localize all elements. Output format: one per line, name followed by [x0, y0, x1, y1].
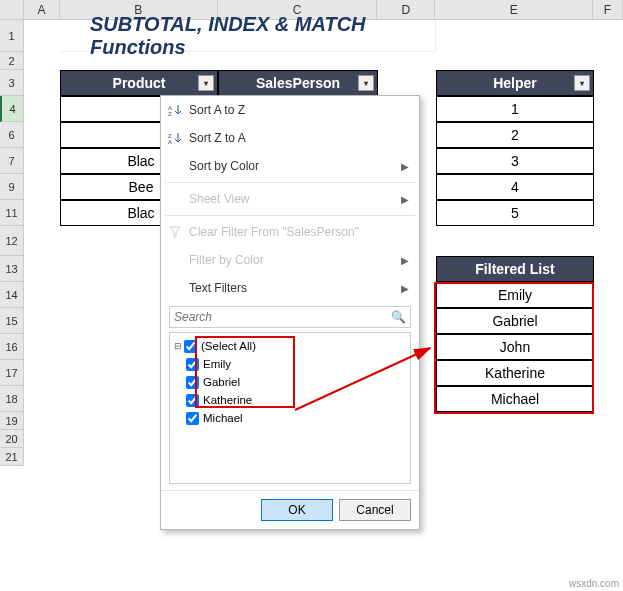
row-header[interactable]: 18 [0, 386, 24, 412]
row-headers: 1 2 3 4 6 7 9 11 12 13 14 15 16 17 18 19… [0, 20, 24, 466]
cell-filtered[interactable]: Emily [436, 282, 594, 308]
row-header[interactable]: 3 [0, 70, 24, 96]
clear-filter-icon [167, 224, 183, 240]
row-header[interactable]: 17 [0, 360, 24, 386]
sort-by-color-label: Sort by Color [189, 159, 259, 173]
header-salesperson[interactable]: SalesPerson ▾ [218, 70, 378, 96]
row-header[interactable]: 2 [0, 52, 24, 70]
header-helper-label: Helper [493, 75, 537, 91]
text-filters[interactable]: Text Filters ▶ [161, 274, 419, 302]
select-all-item[interactable]: ⊟ (Select All) [172, 337, 408, 355]
row-header[interactable]: 7 [0, 148, 24, 174]
cell-helper[interactable]: 1 [436, 96, 594, 122]
filter-item-label: Emily [203, 358, 231, 370]
filter-item[interactable]: Michael [172, 409, 408, 427]
filter-item[interactable]: Katherine [172, 391, 408, 409]
chevron-right-icon: ▶ [401, 255, 409, 266]
row-header[interactable]: 11 [0, 200, 24, 226]
filter-button-row: OK Cancel [161, 490, 419, 529]
filter-by-color: Filter by Color ▶ [161, 246, 419, 274]
row-header[interactable]: 13 [0, 256, 24, 282]
filter-button-helper[interactable]: ▾ [574, 75, 590, 91]
filter-search-box[interactable]: 🔍 [169, 306, 411, 328]
filter-item-label: Katherine [203, 394, 252, 406]
filter-item-label: Michael [203, 412, 243, 424]
filter-checkbox[interactable] [186, 376, 199, 389]
sort-az[interactable]: AZ Sort A to Z [161, 96, 419, 124]
row-header[interactable]: 4 [0, 96, 24, 122]
sheet-view-label: Sheet View [189, 192, 250, 206]
sort-za[interactable]: ZA Sort Z to A [161, 124, 419, 152]
filter-by-color-label: Filter by Color [189, 253, 264, 267]
filter-checkbox[interactable] [186, 412, 199, 425]
row-header[interactable]: 16 [0, 334, 24, 360]
clear-filter: Clear Filter From "SalesPerson" [161, 218, 419, 246]
sort-az-label: Sort A to Z [189, 103, 245, 117]
filter-button-product[interactable]: ▾ [198, 75, 214, 91]
sort-za-label: Sort Z to A [189, 131, 246, 145]
row-header[interactable]: 6 [0, 122, 24, 148]
filter-search-input[interactable] [174, 310, 391, 324]
header-filtered-list: Filtered List [436, 256, 594, 282]
filter-button-salesperson[interactable]: ▾ [358, 75, 374, 91]
svg-text:Z: Z [168, 111, 172, 117]
col-header-a[interactable]: A [24, 0, 60, 20]
select-all-corner[interactable] [0, 0, 24, 20]
header-filtered-label: Filtered List [475, 261, 554, 277]
filter-checkbox[interactable] [186, 394, 199, 407]
filter-item[interactable]: Emily [172, 355, 408, 373]
header-salesperson-label: SalesPerson [256, 75, 340, 91]
menu-separator [165, 182, 415, 183]
cell-helper[interactable]: 3 [436, 148, 594, 174]
header-helper[interactable]: Helper ▾ [436, 70, 594, 96]
filter-values-tree[interactable]: ⊟ (Select All) Emily Gabriel Katherine M… [169, 332, 411, 484]
cancel-button[interactable]: Cancel [339, 499, 411, 521]
col-header-e[interactable]: E [435, 0, 593, 20]
clear-filter-label: Clear Filter From "SalesPerson" [189, 225, 359, 239]
cell-helper[interactable]: 5 [436, 200, 594, 226]
cell-filtered[interactable]: John [436, 334, 594, 360]
filter-menu: AZ Sort A to Z ZA Sort Z to A Sort by Co… [160, 95, 420, 530]
svg-text:A: A [168, 139, 172, 145]
filter-item-label: Gabriel [203, 376, 240, 388]
sort-za-icon: ZA [167, 130, 183, 146]
row-header[interactable]: 14 [0, 282, 24, 308]
row-header[interactable]: 15 [0, 308, 24, 334]
sort-az-icon: AZ [167, 102, 183, 118]
row-header[interactable]: 21 [0, 448, 24, 466]
filter-item[interactable]: Gabriel [172, 373, 408, 391]
row-header[interactable]: 19 [0, 412, 24, 430]
select-all-checkbox[interactable] [184, 340, 197, 353]
chevron-right-icon: ▶ [401, 283, 409, 294]
cell-filtered[interactable]: Michael [436, 386, 594, 412]
sort-by-color[interactable]: Sort by Color ▶ [161, 152, 419, 180]
cell-helper[interactable]: 2 [436, 122, 594, 148]
filter-checkbox[interactable] [186, 358, 199, 371]
tree-collapse-icon: ⊟ [174, 341, 182, 351]
menu-separator [165, 215, 415, 216]
row-header[interactable]: 12 [0, 226, 24, 256]
chevron-right-icon: ▶ [401, 194, 409, 205]
cell-filtered[interactable]: Katherine [436, 360, 594, 386]
watermark: wsxdn.com [569, 578, 619, 589]
title-cell: SUBTOTAL, INDEX & MATCH Functions [60, 20, 436, 52]
chevron-right-icon: ▶ [401, 161, 409, 172]
header-product[interactable]: Product ▾ [60, 70, 218, 96]
row-header[interactable]: 20 [0, 430, 24, 448]
header-product-label: Product [113, 75, 166, 91]
search-icon: 🔍 [391, 310, 406, 324]
select-all-label: (Select All) [201, 340, 256, 352]
sheet-view: Sheet View ▶ [161, 185, 419, 213]
cell-filtered[interactable]: Gabriel [436, 308, 594, 334]
row-header[interactable]: 9 [0, 174, 24, 200]
ok-button[interactable]: OK [261, 499, 333, 521]
col-header-f[interactable]: F [593, 0, 623, 20]
text-filters-label: Text Filters [189, 281, 247, 295]
row-header[interactable]: 1 [0, 20, 24, 52]
cell-helper[interactable]: 4 [436, 174, 594, 200]
